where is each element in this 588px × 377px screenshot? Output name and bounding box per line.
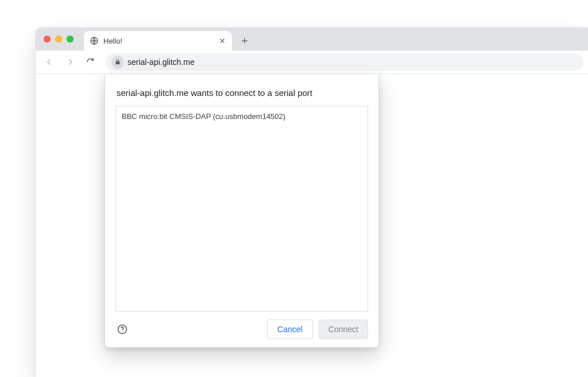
- serial-port-permission-dialog: serial-api.glitch.me wants to connect to…: [105, 74, 379, 348]
- forward-button[interactable]: [61, 53, 79, 71]
- close-tab-icon[interactable]: [218, 37, 226, 45]
- maximize-window-button[interactable]: [67, 36, 74, 43]
- globe-icon: [90, 36, 99, 45]
- lock-icon[interactable]: [111, 56, 124, 68]
- minimize-window-button[interactable]: [55, 36, 62, 43]
- tab-title: Hello!: [103, 37, 214, 45]
- reload-button[interactable]: [82, 53, 100, 71]
- address-bar[interactable]: serial-api.glitch.me: [106, 53, 583, 71]
- page-content: serial-api.glitch.me wants to connect to…: [36, 74, 588, 377]
- new-tab-button[interactable]: [237, 33, 253, 49]
- cancel-button[interactable]: Cancel: [267, 320, 313, 339]
- browser-window: Hello!: [36, 28, 588, 377]
- back-button[interactable]: [40, 53, 59, 71]
- dialog-footer: Cancel Connect: [115, 320, 368, 339]
- serial-port-item[interactable]: BBC micro:bit CMSIS-DAP (cu.usbmodem1450…: [122, 111, 362, 122]
- svg-point-2: [122, 332, 122, 332]
- tab-strip: Hello!: [36, 28, 588, 51]
- toolbar: serial-api.glitch.me: [36, 51, 588, 74]
- serial-port-list[interactable]: BBC micro:bit CMSIS-DAP (cu.usbmodem1450…: [115, 106, 368, 311]
- browser-tab[interactable]: Hello!: [84, 31, 232, 51]
- help-icon[interactable]: [117, 324, 128, 335]
- url-text: serial-api.glitch.me: [127, 57, 578, 67]
- window-controls: [44, 36, 74, 43]
- close-window-button[interactable]: [44, 36, 51, 43]
- dialog-title: serial-api.glitch.me wants to connect to…: [117, 88, 367, 98]
- connect-button[interactable]: Connect: [319, 320, 368, 339]
